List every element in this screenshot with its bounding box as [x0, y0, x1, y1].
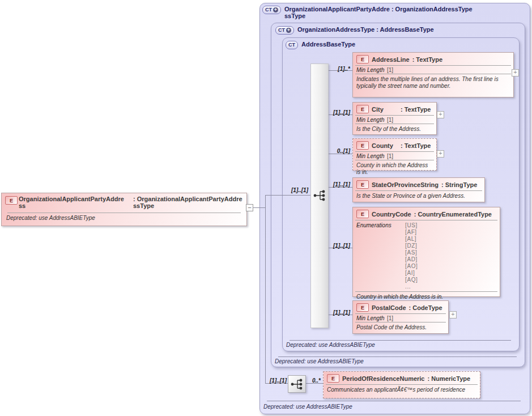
element-type: : TextType: [401, 106, 431, 113]
container-title: OrganizationalApplicantPartyAddre : Orga…: [284, 6, 473, 19]
element-type: : OrganizationalApplicantPartyAddressTyp…: [133, 196, 242, 209]
facet-value: [1]: [387, 67, 393, 73]
cardinality-label: [1]..[1]: [266, 377, 287, 384]
connector-line: [253, 207, 265, 208]
derived-plus-icon: +: [286, 28, 291, 33]
element-type: : TextType: [401, 142, 431, 149]
element-description: Is the State or Province of a given Addr…: [353, 191, 484, 202]
deprecated-note: Deprecated: use AddressABIEType: [3, 213, 99, 224]
facet-row: Min Length [1]: [353, 116, 436, 124]
element-description: Is the City of the Address.: [353, 124, 436, 135]
element-name: AddressLine: [372, 56, 410, 63]
cardinality-label: [1]..[1]: [331, 181, 350, 188]
enumerations-row: Enumerations [US][AF][AL][DZ][AS][AD][AO…: [353, 220, 500, 291]
ct-badge-label: CT: [265, 6, 272, 14]
sequence-compositor-box[interactable]: [288, 375, 306, 393]
container-base-type: : OrganizationAddressType: [391, 6, 473, 12]
derived-plus-icon: +: [273, 7, 278, 12]
cardinality-label: [1]..[1]: [331, 309, 350, 316]
complex-type-icon: CT +: [262, 6, 281, 14]
divider: [290, 340, 511, 341]
connector-line: [265, 195, 266, 384]
facet-label: Min Length: [356, 153, 387, 159]
complex-type-icon: CT: [286, 41, 298, 49]
facet-label: Min Length: [356, 117, 387, 123]
collapse-icon[interactable]: −: [246, 204, 253, 211]
expand-icon[interactable]: +: [437, 150, 444, 158]
ct-badge-label: CT: [288, 41, 295, 49]
facet-label: Min Length: [356, 315, 387, 321]
sequence-icon[interactable]: [312, 189, 327, 202]
container-title: AddressBaseType: [301, 41, 355, 48]
element-description: Communicates an applicantÃ¢€™s period of…: [324, 385, 480, 396]
element-description: Indicates the multiple lines of an addre…: [353, 74, 513, 91]
element-icon: E: [356, 210, 369, 218]
container-title: OrganizationAddressType : AddressBaseTyp…: [297, 26, 434, 33]
element-name: County: [372, 142, 398, 149]
container-header[interactable]: CT AddressBaseType: [286, 41, 355, 49]
container-header[interactable]: CT + OrganizationalApplicantPartyAddre :…: [262, 6, 473, 19]
expand-icon[interactable]: +: [512, 69, 519, 77]
element-icon: E: [5, 196, 18, 205]
deprecated-note: Deprecated: use AddressABIEType: [275, 358, 364, 364]
facet-value: [1]: [387, 315, 393, 321]
element-icon: E: [356, 303, 369, 312]
complex-type-icon: CT +: [275, 26, 294, 35]
container-name-line1: OrganizationalApplicantPartyAddre: [284, 6, 390, 12]
enumeration-values: [US][AF][AL][DZ][AS][AD][AO][AI][AQ]...: [405, 222, 418, 290]
facet-row: Min Length [1]: [353, 66, 513, 74]
cardinality-label: [1]..[1]: [331, 243, 350, 249]
element-box-address-line[interactable]: E AddressLine : TextType Min Length [1] …: [352, 52, 514, 97]
element-icon: E: [356, 55, 369, 63]
expand-icon[interactable]: +: [449, 311, 457, 319]
cardinality-label: [1]..*: [331, 66, 350, 72]
element-icon: E: [327, 374, 339, 383]
ct-badge-label: CT: [278, 27, 285, 34]
element-name: CountryCode: [372, 211, 411, 218]
element-icon: E: [356, 180, 369, 189]
divider: [267, 401, 521, 401]
facet-value: [1]: [387, 153, 393, 159]
element-type: : NumericType: [428, 375, 471, 382]
expand-icon[interactable]: +: [437, 111, 444, 118]
cardinality-label: [1]..[1]: [331, 109, 350, 116]
element-description: Postal Code of the Address.: [353, 322, 448, 333]
sequence-icon: [290, 378, 304, 390]
element-name: PeriodOfResidenceNumeric: [342, 375, 425, 382]
element-box-state-or-province-string[interactable]: E StateOrProvinceString : StringType Is …: [352, 177, 485, 202]
facet-value: [1]: [387, 117, 393, 123]
facet-label: Min Length: [356, 67, 387, 73]
facet-row: Min Length [1]: [353, 152, 436, 160]
cardinality-label: [1]..[1]: [288, 187, 308, 193]
schema-diagram-canvas: CT + OrganizationalApplicantPartyAddre :…: [0, 0, 532, 416]
element-type: : StringType: [441, 181, 477, 188]
element-box-postal-code[interactable]: E PostalCode : CodeType Min Length [1] P…: [352, 300, 449, 334]
element-name: City: [372, 106, 398, 113]
element-box-county[interactable]: E County : TextType Min Length [1] Count…: [352, 138, 437, 171]
element-type: : TextType: [412, 56, 442, 63]
element-type: : CodeType: [409, 304, 442, 311]
element-box-city[interactable]: E City : TextType Min Length [1] Is the …: [352, 102, 437, 135]
cardinality-label: 0..*: [308, 377, 321, 384]
element-box-country-code[interactable]: E CountryCode : CountryEnumeratedType En…: [352, 207, 500, 297]
container-header[interactable]: CT + OrganizationAddressType : AddressBa…: [275, 26, 434, 35]
element-box-period-of-residence-numeric[interactable]: E PeriodOfResidenceNumeric : NumericType…: [323, 371, 480, 398]
element-box-organizational-applicant-party-address[interactable]: E OrganizationalApplicantPartyAddress : …: [1, 193, 247, 226]
element-name: StateOrProvinceString: [372, 181, 439, 188]
divider: [278, 356, 517, 357]
cardinality-label: 0..[1]: [331, 148, 350, 154]
element-icon: E: [356, 141, 369, 150]
facet-row: Min Length [1]: [353, 314, 448, 322]
container-name-line2: ssType: [284, 12, 305, 19]
enumerations-label: Enumerations: [356, 222, 405, 228]
element-name: OrganizationalApplicantPartyAddress: [19, 196, 124, 209]
deprecated-note: Deprecated: use AddressABIEType: [286, 342, 375, 348]
element-description: County in which the Address is in.: [353, 160, 436, 177]
connector-line: [265, 195, 310, 196]
deprecated-note: Deprecated: use AddressABIEType: [263, 404, 352, 410]
element-name: PostalCode: [372, 304, 406, 311]
element-type: : CountryEnumeratedType: [414, 211, 492, 218]
element-icon: E: [356, 105, 369, 113]
